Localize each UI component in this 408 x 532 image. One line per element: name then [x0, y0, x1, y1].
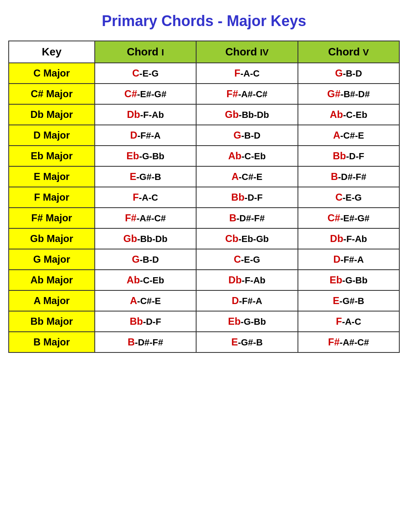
key-cell: Eb Major	[9, 146, 95, 166]
key-cell: Bb Major	[9, 311, 95, 332]
chord4-cell: C-E-G	[196, 249, 298, 270]
header-chord4: Chord IV	[196, 41, 298, 63]
table-row: C# MajorC#-E#-G#F#-A#-C#G#-B#-D#	[9, 84, 399, 104]
chord1-cell: B-D#-F#	[95, 332, 196, 352]
table-row: F MajorF-A-CBb-D-FC-E-G	[9, 187, 399, 208]
table-row: G MajorG-B-DC-E-GD-F#-A	[9, 249, 399, 270]
key-cell: G Major	[9, 249, 95, 270]
chord5-cell: E-G#-B	[298, 290, 399, 311]
header-chord1: Chord I	[95, 41, 196, 63]
chord4-cell: F#-A#-C#	[196, 84, 298, 104]
table-row: Eb MajorEb-G-BbAb-C-EbBb-D-F	[9, 146, 399, 166]
chord4-cell: Cb-Eb-Gb	[196, 228, 298, 249]
chord5-cell: C#-E#-G#	[298, 208, 399, 228]
chord5-cell: Ab-C-Eb	[298, 104, 399, 125]
chord5-cell: F#-A#-C#	[298, 332, 399, 352]
table-row: Gb MajorGb-Bb-DbCb-Eb-GbDb-F-Ab	[9, 228, 399, 249]
chord4-cell: E-G#-B	[196, 332, 298, 352]
key-cell: E Major	[9, 166, 95, 187]
chord4-cell: A-C#-E	[196, 166, 298, 187]
chord1-cell: C-E-G	[95, 63, 196, 84]
key-cell: C# Major	[9, 84, 95, 104]
key-cell: F Major	[9, 187, 95, 208]
key-cell: Db Major	[9, 104, 95, 125]
chord5-cell: F-A-C	[298, 311, 399, 332]
chord5-cell: Eb-G-Bb	[298, 270, 399, 290]
chord1-cell: C#-E#-G#	[95, 84, 196, 104]
table-row: Ab MajorAb-C-EbDb-F-AbEb-G-Bb	[9, 270, 399, 290]
chord1-cell: F#-A#-C#	[95, 208, 196, 228]
table-row: Db MajorDb-F-AbGb-Bb-DbAb-C-Eb	[9, 104, 399, 125]
header-chord5: Chord V	[298, 41, 399, 63]
page-title: Primary Chords - Major Keys	[8, 8, 400, 34]
chord4-cell: G-B-D	[196, 125, 298, 146]
key-cell: Ab Major	[9, 270, 95, 290]
header-key: Key	[9, 41, 95, 63]
chord4-cell: Db-F-Ab	[196, 270, 298, 290]
chord1-cell: Gb-Bb-Db	[95, 228, 196, 249]
chord5-cell: B-D#-F#	[298, 166, 399, 187]
chord1-cell: Db-F-Ab	[95, 104, 196, 125]
key-cell: A Major	[9, 290, 95, 311]
chord5-cell: Db-F-Ab	[298, 228, 399, 249]
table-row: Bb MajorBb-D-FEb-G-BbF-A-C	[9, 311, 399, 332]
chord5-cell: G#-B#-D#	[298, 84, 399, 104]
chord4-cell: Gb-Bb-Db	[196, 104, 298, 125]
chord1-cell: Ab-C-Eb	[95, 270, 196, 290]
key-cell: B Major	[9, 332, 95, 352]
chord5-cell: D-F#-A	[298, 249, 399, 270]
table-row: D MajorD-F#-AG-B-DA-C#-E	[9, 125, 399, 146]
chord4-cell: Eb-G-Bb	[196, 311, 298, 332]
chord1-cell: A-C#-E	[95, 290, 196, 311]
chord1-cell: G-B-D	[95, 249, 196, 270]
table-row: C MajorC-E-GF-A-CG-B-D	[9, 63, 399, 84]
chord-table: Key Chord I Chord IV Chord V C MajorC-E-…	[8, 41, 400, 353]
chord4-cell: F-A-C	[196, 63, 298, 84]
key-cell: D Major	[9, 125, 95, 146]
chord1-cell: D-F#-A	[95, 125, 196, 146]
chord5-cell: G-B-D	[298, 63, 399, 84]
key-cell: Gb Major	[9, 228, 95, 249]
table-row: E MajorE-G#-BA-C#-EB-D#-F#	[9, 166, 399, 187]
chord1-cell: Bb-D-F	[95, 311, 196, 332]
chord4-cell: D-F#-A	[196, 290, 298, 311]
table-row: B MajorB-D#-F#E-G#-BF#-A#-C#	[9, 332, 399, 352]
table-row: A MajorA-C#-ED-F#-AE-G#-B	[9, 290, 399, 311]
key-cell: C Major	[9, 63, 95, 84]
chord1-cell: E-G#-B	[95, 166, 196, 187]
key-cell: F# Major	[9, 208, 95, 228]
chord4-cell: B-D#-F#	[196, 208, 298, 228]
chord4-cell: Bb-D-F	[196, 187, 298, 208]
chord5-cell: Bb-D-F	[298, 146, 399, 166]
chord1-cell: F-A-C	[95, 187, 196, 208]
table-row: F# MajorF#-A#-C#B-D#-F#C#-E#-G#	[9, 208, 399, 228]
chord4-cell: Ab-C-Eb	[196, 146, 298, 166]
chord5-cell: C-E-G	[298, 187, 399, 208]
chord1-cell: Eb-G-Bb	[95, 146, 196, 166]
chord5-cell: A-C#-E	[298, 125, 399, 146]
page-container: Primary Chords - Major Keys Key Chord I …	[8, 8, 400, 353]
